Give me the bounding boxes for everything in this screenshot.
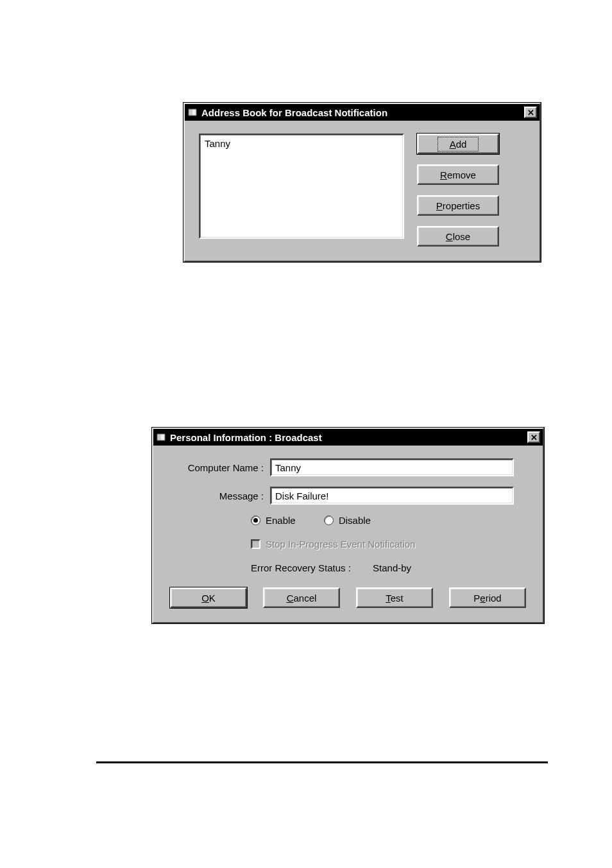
svg-rect-1 <box>192 109 196 116</box>
svg-rect-0 <box>189 109 192 116</box>
error-recovery-status-value: Stand-by <box>373 562 411 573</box>
ok-button[interactable]: OK <box>170 587 247 608</box>
close-button[interactable]: Close <box>417 226 499 247</box>
button-label-rest: dd <box>456 139 467 150</box>
radio-dot-icon <box>251 516 260 525</box>
period-button[interactable]: Period <box>449 587 526 608</box>
computer-name-field[interactable] <box>270 458 514 476</box>
close-icon[interactable]: ✕ <box>527 431 540 443</box>
dialog-title: Address Book for Broadcast Notification <box>201 107 524 118</box>
radio-label: Disable <box>339 515 371 526</box>
properties-button[interactable]: Properties <box>417 195 499 216</box>
address-book-dialog: Address Book for Broadcast Notification … <box>183 103 541 262</box>
error-recovery-status-label: Error Recovery Status : <box>251 562 351 573</box>
message-label: Message : <box>167 490 270 501</box>
remove-button[interactable]: Remove <box>417 164 499 185</box>
checkbox-box-icon <box>251 539 260 549</box>
list-item[interactable]: Tanny <box>203 137 400 150</box>
enable-radio[interactable]: Enable <box>251 515 296 526</box>
app-icon <box>156 432 166 442</box>
close-icon[interactable]: ✕ <box>524 107 537 118</box>
checkbox-label: Stop In-Progress Event Notification <box>266 539 415 550</box>
footer-divider <box>96 761 548 763</box>
titlebar[interactable]: Personal Information : Broadcast ✕ <box>153 429 543 446</box>
message-field[interactable] <box>270 487 514 505</box>
svg-rect-3 <box>157 434 161 440</box>
disable-radio[interactable]: Disable <box>324 515 371 526</box>
dialog-title: Personal Information : Broadcast <box>170 432 527 443</box>
personal-information-dialog: Personal Information : Broadcast ✕ Compu… <box>152 428 544 623</box>
radio-dot-icon <box>324 516 334 525</box>
radio-label: Enable <box>266 515 296 526</box>
recipients-listbox[interactable]: Tanny <box>199 134 404 239</box>
test-button[interactable]: Test <box>356 587 433 608</box>
cancel-button[interactable]: Cancel <box>263 587 340 608</box>
stop-notification-checkbox: Stop In-Progress Event Notification <box>251 539 415 550</box>
svg-rect-4 <box>161 434 165 440</box>
app-icon <box>187 107 198 117</box>
computer-name-label: Computer Name : <box>167 462 270 473</box>
titlebar[interactable]: Address Book for Broadcast Notification … <box>185 104 540 121</box>
add-button[interactable]: Add <box>417 134 499 154</box>
